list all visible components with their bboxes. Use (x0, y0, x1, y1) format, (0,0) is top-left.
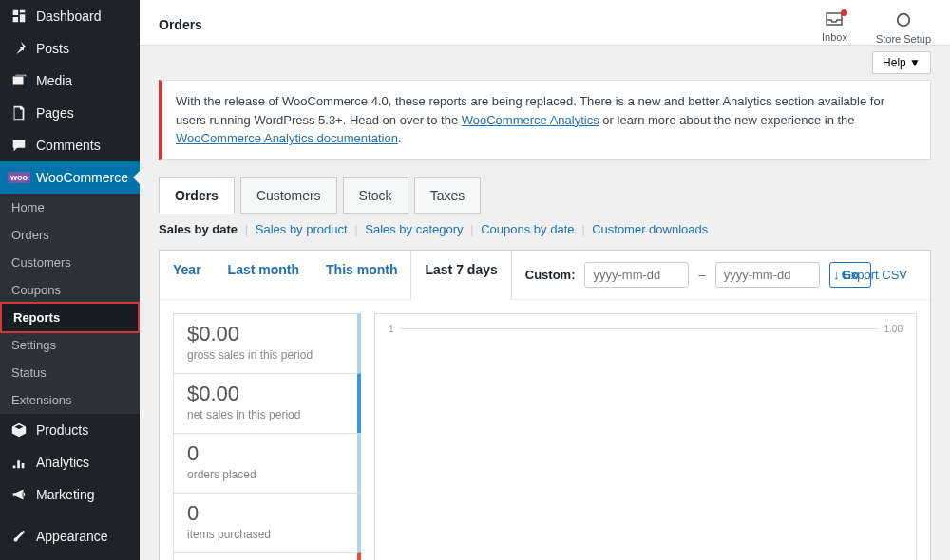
chart-area: 1 1.00 (374, 313, 917, 561)
store-setup-button[interactable]: Store Setup (876, 11, 931, 45)
comment-icon (10, 136, 28, 155)
main-content: Orders Inbox Store Setup Help ▼ With the… (140, 0, 950, 560)
date-range-row: Year Last month This month Last 7 days C… (160, 251, 930, 300)
stat-gross-sales[interactable]: $0.00gross sales in this period (173, 313, 361, 374)
submenu-extensions[interactable]: Extensions (0, 386, 140, 414)
woocommerce-icon: woo (10, 168, 28, 187)
submenu-status[interactable]: Status (0, 359, 140, 386)
submenu-coupons[interactable]: Coupons (0, 276, 140, 304)
export-label: Export CSV (843, 268, 907, 282)
sidebar-item-media[interactable]: Media (0, 65, 140, 97)
stat-value: $0.00 (187, 322, 344, 346)
tab-customers[interactable]: Customers (240, 177, 337, 214)
inbox-button[interactable]: Inbox (822, 11, 847, 45)
top-bar: Orders Inbox Store Setup (140, 0, 950, 46)
range-last-month[interactable]: Last month (215, 251, 313, 299)
range-this-month[interactable]: This month (313, 251, 410, 299)
woocommerce-submenu: Home Orders Customers Coupons Reports Se… (0, 194, 140, 414)
subnav-sales-product[interactable]: Sales by product (256, 222, 348, 236)
submenu-reports[interactable]: Reports (0, 302, 140, 333)
sidebar-label: Analytics (36, 455, 89, 470)
sidebar-item-analytics[interactable]: Analytics (0, 446, 140, 478)
megaphone-icon (10, 485, 28, 504)
sidebar-label: Comments (36, 138, 101, 153)
sidebar-label: Media (36, 73, 72, 88)
submenu-settings[interactable]: Settings (0, 331, 140, 359)
admin-sidebar: Dashboard Posts Media Pages Comments woo… (0, 0, 140, 560)
sidebar-item-dashboard[interactable]: Dashboard (0, 0, 140, 32)
sidebar-item-woocommerce[interactable]: wooWooCommerce (0, 161, 140, 194)
stat-label: orders placed (187, 468, 344, 481)
notification-dot (841, 9, 847, 16)
chart-y-axis: 1 1.00 (389, 324, 902, 334)
deprecation-notice: With the release of WooCommerce 4.0, the… (159, 80, 931, 160)
sidebar-item-products[interactable]: Products (0, 414, 140, 446)
products-icon (10, 420, 28, 439)
analytics-icon (10, 453, 28, 472)
analytics-docs-link[interactable]: WooCommerce Analytics documentation (176, 131, 398, 145)
circle-icon (895, 11, 912, 31)
page-icon (10, 103, 28, 122)
sidebar-item-appearance[interactable]: Appearance (0, 520, 140, 552)
report-panel: Year Last month This month Last 7 days C… (159, 250, 931, 561)
export-csv-link[interactable]: ↓ Export CSV (820, 256, 921, 293)
sidebar-item-plugins[interactable]: Plugins (0, 552, 140, 560)
subnav-current: Sales by date (159, 222, 238, 236)
tab-orders[interactable]: Orders (159, 177, 235, 214)
axis-tick-right: 1.00 (884, 324, 902, 334)
date-from-input[interactable] (584, 262, 689, 288)
stat-extra[interactable]: $0.00 (173, 552, 361, 561)
axis-tick-left: 1 (389, 324, 394, 334)
pin-icon (10, 39, 28, 58)
report-tabs: Orders Customers Stock Taxes (159, 177, 931, 213)
help-button[interactable]: Help ▼ (872, 51, 931, 74)
submenu-customers[interactable]: Customers (0, 249, 140, 276)
notice-text: . (398, 131, 402, 145)
svg-point-0 (898, 14, 910, 27)
sidebar-label: Appearance (36, 529, 108, 544)
range-year[interactable]: Year (160, 251, 215, 299)
tab-taxes[interactable]: Taxes (414, 177, 482, 214)
sidebar-item-comments[interactable]: Comments (0, 129, 140, 161)
stat-value: 0 (187, 501, 344, 526)
download-icon: ↓ (833, 268, 840, 282)
submenu-home[interactable]: Home (0, 194, 140, 221)
sidebar-label: Marketing (36, 487, 94, 502)
stat-orders-placed[interactable]: 0orders placed (173, 433, 361, 494)
date-to-input[interactable] (715, 262, 820, 288)
stats-column: $0.00gross sales in this period $0.00net… (173, 313, 361, 561)
sidebar-item-marketing[interactable]: Marketing (0, 478, 140, 511)
stat-net-sales[interactable]: $0.00net sales in this period (173, 373, 361, 434)
stat-label: items purchased (187, 528, 344, 541)
media-icon (10, 71, 28, 90)
brush-icon (10, 527, 28, 546)
report-body: $0.00gross sales in this period $0.00net… (160, 300, 930, 561)
custom-label: Custom: (525, 268, 576, 282)
sidebar-item-pages[interactable]: Pages (0, 97, 140, 129)
sidebar-label: Products (36, 422, 88, 438)
date-dash: – (698, 268, 705, 282)
sidebar-label: Dashboard (36, 9, 102, 24)
stat-items-purchased[interactable]: 0items purchased (173, 493, 361, 553)
sidebar-label: Posts (36, 41, 69, 56)
sidebar-label: Pages (36, 105, 74, 121)
stat-label: net sales in this period (187, 408, 344, 421)
subnav-coupons[interactable]: Coupons by date (481, 222, 574, 236)
notice-text: or learn more about the new experience i… (602, 113, 854, 127)
submenu-orders[interactable]: Orders (0, 221, 140, 249)
inbox-label: Inbox (822, 31, 847, 43)
report-subnav: Sales by date | Sales by product | Sales… (159, 213, 931, 246)
inbox-icon (825, 11, 844, 29)
sidebar-item-posts[interactable]: Posts (0, 32, 140, 65)
subnav-sales-category[interactable]: Sales by category (365, 222, 463, 236)
range-last-7-days[interactable]: Last 7 days (410, 251, 511, 300)
help-row: Help ▼ (140, 46, 950, 80)
stat-value: $0.00 (187, 382, 344, 406)
stat-value: 0 (187, 441, 344, 466)
analytics-link[interactable]: WooCommerce Analytics (462, 113, 599, 127)
store-setup-label: Store Setup (876, 33, 931, 45)
tab-stock[interactable]: Stock (343, 177, 408, 214)
stat-label: gross sales in this period (187, 348, 344, 362)
dashboard-icon (10, 7, 28, 26)
subnav-downloads[interactable]: Customer downloads (592, 222, 708, 236)
